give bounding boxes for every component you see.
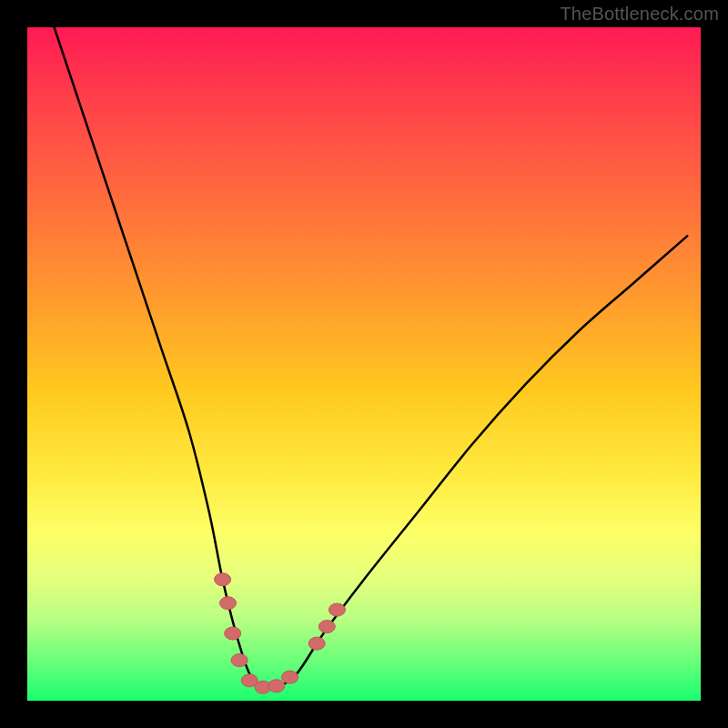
data-marker — [282, 671, 298, 683]
data-marker — [268, 680, 285, 693]
data-marker — [225, 627, 241, 640]
data-marker — [215, 573, 231, 586]
data-marker — [318, 621, 335, 633]
watermark-text: TheBottleneck.com — [560, 4, 719, 25]
data-marker — [308, 637, 325, 650]
data-marker — [220, 597, 237, 610]
data-marker — [329, 603, 345, 616]
marker-layer — [215, 573, 346, 693]
data-marker — [231, 654, 248, 667]
plot-area — [27, 27, 701, 701]
curve-layer — [55, 27, 688, 689]
chart-svg — [27, 27, 701, 701]
outer-frame: TheBottleneck.com — [0, 0, 728, 728]
bottleneck-curve — [55, 27, 688, 689]
